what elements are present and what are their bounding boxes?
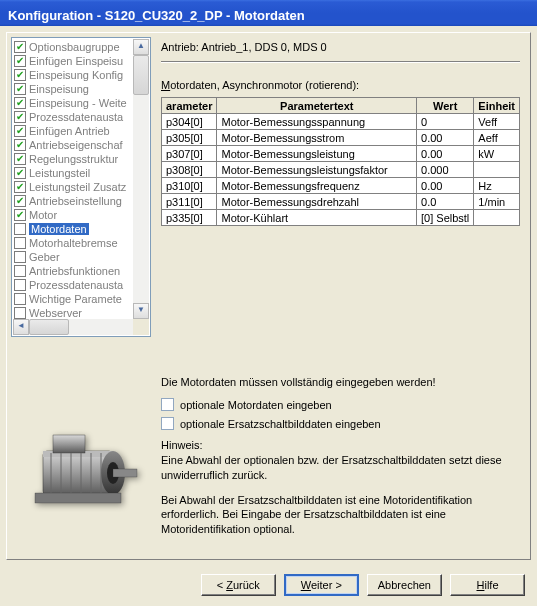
checkbox-icon[interactable]: ✔ [14, 97, 26, 109]
table-cell[interactable]: p310[0] [162, 178, 217, 194]
tree-item[interactable]: ✔Einspeisung Konfig [14, 68, 148, 82]
table-row[interactable]: p305[0]Motor-Bemessungsstrom0.00Aeff [162, 130, 520, 146]
tree-item[interactable]: ✔Leistungsteil Zusatz [14, 180, 148, 194]
checkbox-icon[interactable]: ✔ [14, 307, 26, 319]
table-cell[interactable]: kW [474, 146, 520, 162]
tree-item[interactable]: ✔Motor [14, 208, 148, 222]
table-row[interactable]: p307[0]Motor-Bemessungsleistung0.00kW [162, 146, 520, 162]
hscroll-track[interactable] [69, 319, 133, 335]
optional-motordata-row: optionale Motordaten eingeben [161, 398, 520, 411]
tree-item[interactable]: ✔Einspeisung - Weite [14, 96, 148, 110]
table-cell[interactable]: Motor-Bemessungsleistung [217, 146, 417, 162]
tree-item[interactable]: ✔Leistungsteil [14, 166, 148, 180]
scroll-track[interactable] [133, 95, 149, 303]
tree-item[interactable]: ✔Motorhaltebremse [14, 236, 148, 250]
tree-item[interactable]: ✔Antriebseigenschaf [14, 138, 148, 152]
scroll-left-button[interactable]: ◄ [13, 319, 29, 335]
table-cell[interactable]: 0.000 [417, 162, 474, 178]
table-cell[interactable]: p307[0] [162, 146, 217, 162]
scroll-thumb[interactable] [133, 55, 149, 95]
tree-item[interactable]: ✔Prozessdatenausta [14, 110, 148, 124]
help-button[interactable]: Hilfe [450, 574, 525, 596]
checkbox-icon[interactable]: ✔ [14, 181, 26, 193]
checkbox-icon[interactable]: ✔ [14, 251, 26, 263]
table-row[interactable]: p304[0]Motor-Bemessungsspannung0Veff [162, 114, 520, 130]
tree-item[interactable]: ✔Optionsbaugruppe [14, 40, 148, 54]
table-cell[interactable]: [0] Selbstl [417, 210, 474, 226]
table-cell[interactable]: p305[0] [162, 130, 217, 146]
table-row[interactable]: p310[0]Motor-Bemessungsfrequenz0.00Hz [162, 178, 520, 194]
tree-item[interactable]: ✔Antriebseinstellung [14, 194, 148, 208]
tree-item[interactable]: ✔Geber [14, 250, 148, 264]
tree-horizontal-scrollbar[interactable]: ◄ ► [13, 319, 149, 335]
table-cell[interactable]: Motor-Bemessungsfrequenz [217, 178, 417, 194]
tree-item[interactable]: ✔Webserver [14, 306, 148, 320]
table-cell[interactable]: p335[0] [162, 210, 217, 226]
checkbox-icon[interactable]: ✔ [14, 139, 26, 151]
tree-item[interactable]: ✔Regelungsstruktur [14, 152, 148, 166]
tree-item-label: Antriebsfunktionen [29, 265, 120, 277]
tree-item[interactable]: ✔Antriebsfunktionen [14, 264, 148, 278]
checkbox-icon[interactable]: ✔ [14, 83, 26, 95]
table-cell[interactable]: 0.0 [417, 194, 474, 210]
table-row[interactable]: p311[0]Motor-Bemessungsdrehzahl0.01/min [162, 194, 520, 210]
checkbox-icon[interactable]: ✔ [14, 265, 26, 277]
table-row[interactable]: p308[0]Motor-Bemessungsleistungsfaktor0.… [162, 162, 520, 178]
checkbox-icon[interactable]: ✔ [14, 41, 26, 53]
table-cell[interactable]: 0 [417, 114, 474, 130]
tree-item-label: Prozessdatenausta [29, 111, 123, 123]
optional-ersatz-checkbox[interactable] [161, 417, 174, 430]
checkbox-icon[interactable]: ✔ [14, 223, 26, 235]
table-cell[interactable]: p311[0] [162, 194, 217, 210]
scroll-down-button[interactable]: ▼ [133, 303, 149, 319]
table-cell[interactable]: Aeff [474, 130, 520, 146]
checkbox-icon[interactable]: ✔ [14, 69, 26, 81]
tree-item[interactable]: ✔Motordaten [14, 222, 148, 236]
tree-item[interactable]: ✔Prozessdatenausta [14, 278, 148, 292]
tree-item[interactable]: ✔Wichtige Paramete [14, 292, 148, 306]
optional-motordata-label: optionale Motordaten eingeben [180, 399, 332, 411]
cancel-button[interactable]: Abbrechen [367, 574, 442, 596]
table-cell[interactable] [474, 210, 520, 226]
table-cell[interactable]: Motor-Bemessungsspannung [217, 114, 417, 130]
tree-item-label: Prozessdatenausta [29, 279, 123, 291]
checkbox-icon[interactable]: ✔ [14, 293, 26, 305]
checkbox-icon[interactable]: ✔ [14, 279, 26, 291]
checkbox-icon[interactable]: ✔ [14, 195, 26, 207]
checkbox-icon[interactable]: ✔ [14, 125, 26, 137]
checkbox-icon[interactable]: ✔ [14, 237, 26, 249]
table-cell[interactable]: Motor-Kühlart [217, 210, 417, 226]
tree-item-label: Antriebseinstellung [29, 195, 122, 207]
next-button[interactable]: Weiter > [284, 574, 359, 596]
table-cell[interactable]: p304[0] [162, 114, 217, 130]
optional-motordata-checkbox[interactable] [161, 398, 174, 411]
optional-ersatz-label: optionale Ersatzschaltbilddaten eingeben [180, 418, 381, 430]
window-title: Konfiguration - S120_CU320_2_DP - Motord… [8, 8, 305, 23]
table-cell[interactable]: Veff [474, 114, 520, 130]
tree-item[interactable]: ✔Einspeisung [14, 82, 148, 96]
table-row[interactable]: p335[0]Motor-Kühlart[0] Selbstl [162, 210, 520, 226]
checkbox-icon[interactable]: ✔ [14, 111, 26, 123]
checkbox-icon[interactable]: ✔ [14, 55, 26, 67]
tree-item[interactable]: ✔Einfügen Antrieb [14, 124, 148, 138]
tree-item[interactable]: ✔Einfügen Einspeisu [14, 54, 148, 68]
parameter-table[interactable]: arameter Parametertext Wert Einheit p304… [161, 97, 520, 226]
table-cell[interactable]: Motor-Bemessungsleistungsfaktor [217, 162, 417, 178]
checkbox-icon[interactable]: ✔ [14, 167, 26, 179]
checkbox-icon[interactable]: ✔ [14, 209, 26, 221]
tree-vertical-scrollbar[interactable]: ▲ ▼ [133, 39, 149, 319]
table-cell[interactable] [474, 162, 520, 178]
scroll-up-button[interactable]: ▲ [133, 39, 149, 55]
table-cell[interactable]: 1/min [474, 194, 520, 210]
back-button[interactable]: < Zurück [201, 574, 276, 596]
table-cell[interactable]: Motor-Bemessungsdrehzahl [217, 194, 417, 210]
table-cell[interactable]: 0.00 [417, 130, 474, 146]
table-cell[interactable]: 0.00 [417, 146, 474, 162]
table-cell[interactable]: Motor-Bemessungsstrom [217, 130, 417, 146]
table-cell[interactable]: p308[0] [162, 162, 217, 178]
table-cell[interactable]: 0.00 [417, 178, 474, 194]
table-cell[interactable]: Hz [474, 178, 520, 194]
checkbox-icon[interactable]: ✔ [14, 153, 26, 165]
hscroll-thumb[interactable] [29, 319, 69, 335]
navigation-tree[interactable]: ✔Optionsbaugruppe✔Einfügen Einspeisu✔Ein… [11, 37, 151, 337]
